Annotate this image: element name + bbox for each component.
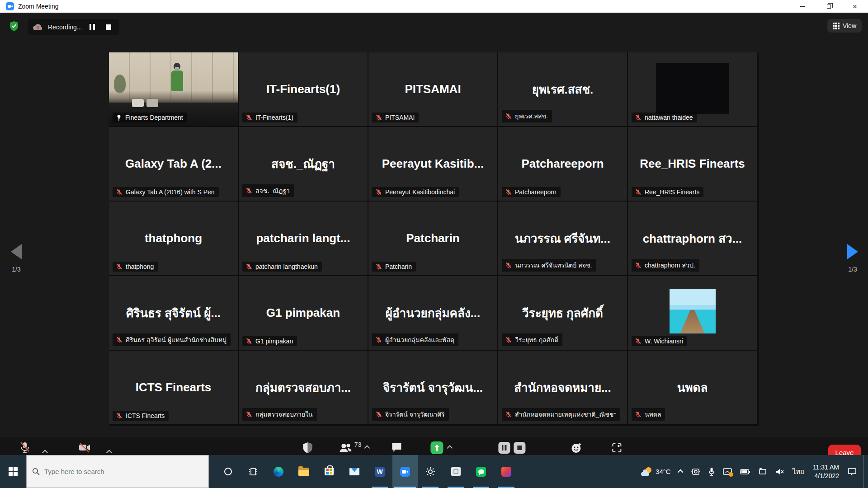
- participant-name-tag: ICTS Finearts: [113, 411, 169, 421]
- participant-name-label: IT-Finearts(1): [255, 114, 293, 121]
- clock[interactable]: 11:31 AM 4/1/2022: [809, 463, 843, 480]
- participant-tile[interactable]: Peerayut Kasitib...Peerayut Kasitibodinc…: [368, 127, 497, 201]
- beach-photo: [670, 289, 716, 333]
- action-center-button[interactable]: [844, 455, 860, 488]
- app-button-colorful[interactable]: [494, 455, 519, 488]
- close-button[interactable]: ×: [842, 0, 868, 13]
- volume-muted-icon: [775, 468, 784, 475]
- participant-name-label: PITSAMAI: [385, 114, 415, 121]
- participant-tile[interactable]: ยุพเรศ.สสช.ยุพเรศ.สสช.: [498, 52, 627, 126]
- video-options-caret[interactable]: [106, 450, 112, 455]
- word-button[interactable]: W: [367, 455, 392, 488]
- participant-tile[interactable]: Ree_HRIS FineartsRee_HRIS Finearts: [628, 127, 757, 201]
- participant-tile[interactable]: สำนักหอจดหมาย...สำนักหอจดหมายเหตุแห่งชาต…: [498, 351, 627, 424]
- participant-tile[interactable]: Finearts Department: [109, 52, 238, 126]
- participant-name-tag: ยุพเรศ.สสช.: [502, 110, 552, 122]
- pause-recording-toolbar-icon[interactable]: [498, 442, 510, 454]
- muted-mic-icon: [116, 263, 123, 270]
- mail-button[interactable]: [342, 455, 367, 488]
- screen-cast-button[interactable]: [720, 455, 735, 488]
- participant-name-tag: Galaxy Tab A (2016) with S Pen: [113, 187, 219, 197]
- cast-active-dot: [729, 472, 733, 477]
- participant-tile[interactable]: วีระยุทธ กุลศักดิ์วีระยุทธ กุลศักดิ์: [498, 276, 627, 350]
- participant-name-tag: thatphong: [113, 262, 158, 272]
- chevron-up-icon: [677, 469, 683, 475]
- participant-tile[interactable]: patcharin langt...patcharin langthaekun: [239, 202, 368, 275]
- camera-tray-button[interactable]: [688, 455, 703, 488]
- language-indicator[interactable]: ไทย: [789, 455, 807, 488]
- participant-tile[interactable]: นพดลนพดล: [628, 351, 757, 424]
- audio-options-caret[interactable]: [42, 450, 48, 455]
- participant-tile[interactable]: นภวรรณ ศรีจันท...นภวรรณ ศรีจันทรนิตย์ สจ…: [498, 202, 627, 275]
- notification-icon: [848, 468, 857, 476]
- previous-page-arrow-icon[interactable]: [11, 244, 22, 259]
- tray-overflow-button[interactable]: [676, 455, 686, 488]
- participant-tile[interactable]: ผู้อำนวยกลุ่มคลัง...ผู้อำนวยกลุ่มคลังและ…: [368, 276, 497, 350]
- restore-button[interactable]: [816, 0, 842, 13]
- participant-tile[interactable]: ICTS FineartsICTS Finearts: [109, 351, 238, 424]
- settings-button[interactable]: [418, 455, 443, 488]
- zoom-app-icon: [6, 2, 14, 10]
- participant-name-label: chattraphorn สวป.: [645, 260, 695, 270]
- participant-tile[interactable]: ศิรินธร สุจิรัตน์ ผู้...ศิรินธร สุจิรัตน…: [109, 276, 238, 350]
- start-button[interactable]: [0, 455, 26, 488]
- participant-tile[interactable]: G1 pimpakanG1 pimpakan: [239, 276, 368, 350]
- chat-icon: [391, 442, 403, 454]
- app-button-light[interactable]: [443, 455, 468, 488]
- view-button[interactable]: View: [827, 19, 862, 33]
- edge-button[interactable]: [266, 455, 291, 488]
- title-bar: Zoom Meeting ×: [0, 0, 868, 13]
- file-explorer-button[interactable]: [291, 455, 316, 488]
- settings-gear-icon: [425, 467, 435, 477]
- participant-tile[interactable]: IT-Finearts(1)IT-Finearts(1): [239, 52, 368, 126]
- participant-name-tag: ผู้อำนวยกลุ่มคลังและพัสดุ: [372, 333, 458, 346]
- participant-tile[interactable]: จิรารัตน์ จารุวัฒน...จิรารัตน์ จารุวัฒนา…: [368, 351, 497, 424]
- zoom-taskbar-icon: [400, 467, 410, 477]
- share-screen-icon: [431, 441, 443, 454]
- minimize-button[interactable]: [789, 0, 816, 13]
- taskbar-search[interactable]: [26, 455, 209, 488]
- muted-mic-icon: [375, 411, 382, 418]
- participant-name-tag: chattraphorn สวป.: [632, 259, 699, 272]
- task-view-button[interactable]: [241, 455, 266, 488]
- participant-name-tag: W. Wichiansri: [632, 336, 687, 346]
- participant-tile[interactable]: W. Wichiansri: [628, 276, 757, 350]
- cortana-button[interactable]: [215, 455, 241, 488]
- muted-mic-icon: [635, 262, 642, 269]
- search-input[interactable]: [44, 468, 203, 475]
- camera-tray-icon: [691, 468, 700, 476]
- muted-mic-icon: [375, 263, 382, 270]
- participant-name-label: ผู้อำนวยกลุ่มคลังและพัสดุ: [385, 335, 454, 345]
- participant-tile[interactable]: chattraphorn สว...chattraphorn สวป.: [628, 202, 757, 275]
- participant-name-label: Patchareeporn: [515, 188, 557, 196]
- stop-recording-toolbar-icon[interactable]: [514, 442, 525, 454]
- app-icon-light: [451, 467, 461, 476]
- next-page-arrow-icon[interactable]: [847, 244, 858, 259]
- participant-tile[interactable]: thatphongthatphong: [109, 202, 238, 275]
- network-button[interactable]: [755, 455, 770, 488]
- participant-tile[interactable]: Galaxy Tab A (2...Galaxy Tab A (2016) wi…: [109, 127, 238, 201]
- battery-button[interactable]: [737, 455, 753, 488]
- participant-tile[interactable]: PatcharinPatcharin: [368, 202, 497, 275]
- participant-tile[interactable]: PatchareepornPatchareeporn: [498, 127, 627, 201]
- microsoft-store-button[interactable]: [316, 455, 342, 488]
- line-button[interactable]: [468, 455, 494, 488]
- participant-name-tag: สจช._ณัฏฐา: [242, 184, 294, 197]
- weather-widget[interactable]: 34°C: [638, 455, 674, 488]
- participants-caret[interactable]: [364, 445, 370, 451]
- volume-button[interactable]: [772, 455, 788, 488]
- share-options-caret[interactable]: [447, 445, 453, 451]
- shield-icon: [302, 442, 313, 454]
- stop-recording-icon[interactable]: [103, 21, 114, 33]
- pause-recording-icon[interactable]: [86, 21, 98, 33]
- show-desktop-button[interactable]: [863, 455, 865, 488]
- participant-tile[interactable]: กลุ่มตรวจสอบภา...กลุ่มตรวจสอบภายใน: [239, 351, 368, 424]
- app-icon-colorful: [501, 467, 511, 477]
- participant-tile[interactable]: PITSAMAIPITSAMAI: [368, 52, 497, 126]
- microphone-tray-button[interactable]: [705, 455, 718, 488]
- participant-tile[interactable]: nattawan thaidee: [628, 52, 757, 126]
- zoom-taskbar-button[interactable]: [392, 455, 418, 488]
- participant-name-tag: นพดล: [632, 408, 665, 421]
- participant-tile[interactable]: สจช._ณัฏฐาสจช._ณัฏฐา: [239, 127, 368, 201]
- security-shield-icon[interactable]: [9, 21, 19, 32]
